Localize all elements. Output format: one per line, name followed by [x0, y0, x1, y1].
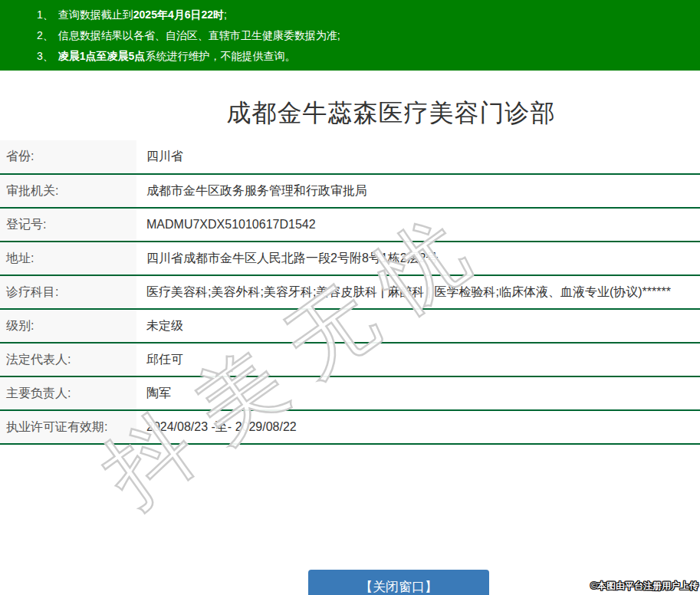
table-row-treatment-subjects: 诊疗科目: 医疗美容科;美容外科;美容牙科;美容皮肤科 | 麻醉科 | 医学检验… [0, 275, 700, 309]
row-label: 地址: [0, 242, 136, 275]
row-label: 主要负责人: [0, 376, 136, 410]
row-label: 登记号: [0, 208, 136, 242]
row-value: 医疗美容科;美容外科;美容牙科;美容皮肤科 | 麻醉科 | 医学检验科;临床体液… [136, 275, 700, 309]
table-row-license-validity: 执业许可证有效期: 2024/08/23 -至- 2029/08/22 [0, 410, 700, 444]
table-row-address: 地址: 四川省成都市金牛区人民北路一段2号附8号1栋2层2号 [0, 242, 700, 275]
row-value: 四川省成都市金牛区人民北路一段2号附8号1栋2层2号 [136, 242, 700, 275]
row-label: 诊疗科目: [0, 275, 136, 309]
row-value: MADMU7XDX51010617D1542 [136, 208, 700, 242]
row-value: 陶军 [136, 376, 700, 410]
row-label: 级别: [0, 309, 136, 343]
notice-text-bold: 2025年4月6日22时 [133, 8, 224, 21]
page-title: 成都金牛蕊森医疗美容门诊部 [0, 96, 700, 130]
notice-number: 1、 [37, 8, 54, 21]
row-label: 法定代表人: [0, 343, 136, 376]
credit-note: ©本图由平台注册用户上传 [590, 580, 698, 593]
row-value: 四川省 [136, 140, 700, 174]
row-label: 执业许可证有效期: [0, 410, 136, 444]
notice-bar: 1、查询数据截止到2025年4月6日22时; 2、信息数据结果以各省、自治区、直… [0, 0, 700, 71]
page-container: 1、查询数据截止到2025年4月6日22时; 2、信息数据结果以各省、自治区、直… [0, 0, 700, 445]
notice-text: 系统进行维护，不能提供查询。 [145, 50, 295, 62]
row-value: 未定级 [136, 309, 700, 343]
notice-text: 信息数据结果以各省、自治区、直辖市卫生健康委数据为准; [58, 29, 340, 41]
table-row-legal-representative: 法定代表人: 邱任可 [0, 343, 700, 376]
notice-line-2: 2、信息数据结果以各省、自治区、直辖市卫生健康委数据为准; [37, 25, 700, 46]
table-row-person-in-charge: 主要负责人: 陶军 [0, 376, 700, 410]
row-label: 审批机关: [0, 174, 136, 208]
table-row-registration-number: 登记号: MADMU7XDX51010617D1542 [0, 208, 700, 242]
close-window-button[interactable]: 【关闭窗口】 [308, 570, 489, 595]
row-label: 省份: [0, 140, 136, 174]
table-row-level: 级别: 未定级 [0, 309, 700, 343]
table-row-province: 省份: 四川省 [0, 140, 700, 174]
row-value: 邱任可 [136, 343, 700, 376]
notice-line-1: 1、查询数据截止到2025年4月6日22时; [37, 5, 700, 25]
notice-number: 3、 [37, 50, 54, 62]
row-value: 2024/08/23 -至- 2029/08/22 [136, 410, 700, 444]
table-row-approval-authority: 审批机关: 成都市金牛区政务服务管理和行政审批局 [0, 174, 700, 208]
info-table: 省份: 四川省 审批机关: 成都市金牛区政务服务管理和行政审批局 登记号: MA… [0, 140, 700, 445]
notice-text: ; [224, 8, 227, 21]
notice-number: 2、 [37, 29, 54, 41]
notice-text: 查询数据截止到 [58, 8, 133, 21]
notice-text-bold: 凌晨1点至凌晨5点 [58, 50, 146, 62]
notice-line-3: 3、凌晨1点至凌晨5点系统进行维护，不能提供查询。 [37, 46, 700, 67]
row-value: 成都市金牛区政务服务管理和行政审批局 [136, 174, 700, 208]
